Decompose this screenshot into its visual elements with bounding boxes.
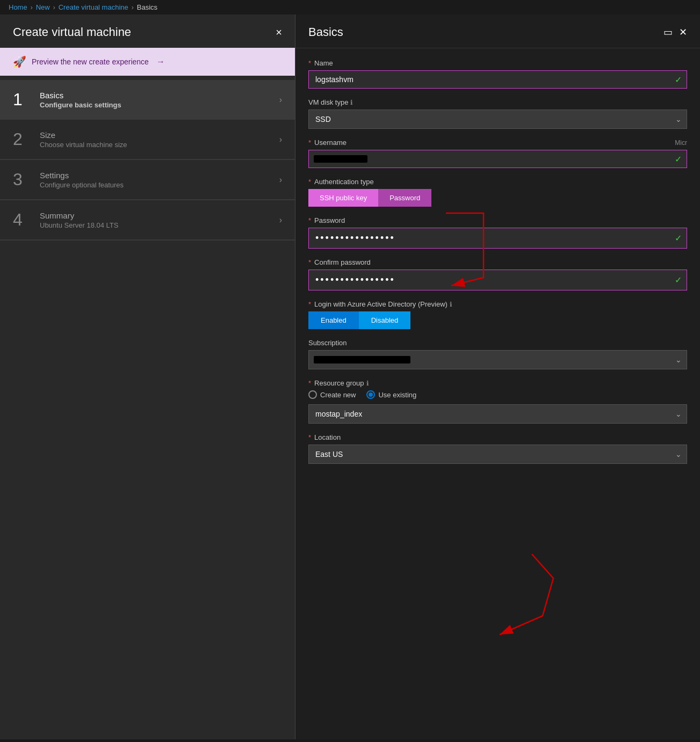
step-2-title: Size xyxy=(40,130,279,140)
create-new-label: Create new xyxy=(320,391,356,399)
username-required-star: * xyxy=(308,139,311,147)
preview-arrow: → xyxy=(156,57,165,67)
username-input-wrapper: ✓ xyxy=(308,150,687,168)
resource-group-required-star: * xyxy=(308,379,311,387)
password-required-star: * xyxy=(308,216,311,224)
auth-required-star: * xyxy=(308,178,311,186)
name-input[interactable] xyxy=(308,70,687,89)
confirm-password-check-icon: ✓ xyxy=(675,275,682,285)
username-field-group: * Username Micr ✓ xyxy=(308,139,687,168)
step-3-content: Settings Configure optional features xyxy=(40,171,279,189)
location-field-group: * Location East US ⌄ xyxy=(308,433,687,464)
azure-ad-info-icon[interactable]: ℹ xyxy=(450,301,452,308)
step-4-subtitle: Ubuntu Server 18.04 LTS xyxy=(40,221,279,229)
step-1[interactable]: 1 Basics Configure basic settings › xyxy=(0,80,295,120)
close-right-panel-button[interactable]: ✕ xyxy=(679,26,687,38)
vm-disk-type-label: VM disk type ℹ xyxy=(308,98,687,106)
step-2-subtitle: Choose virtual machine size xyxy=(40,141,279,149)
password-label: * Password xyxy=(308,216,687,224)
azure-ad-enabled-button[interactable]: Enabled xyxy=(308,311,359,329)
vm-disk-type-field-group: VM disk type ℹ SSD HDD ⌄ xyxy=(308,98,687,129)
use-existing-radio-circle xyxy=(366,390,375,399)
left-panel-title: Create virtual machine xyxy=(13,25,131,39)
use-existing-label: Use existing xyxy=(378,391,416,399)
name-input-wrapper: ✓ xyxy=(308,70,687,89)
right-panel: Basics ▭ ✕ * Name ✓ VM dis xyxy=(295,14,700,739)
location-required-star: * xyxy=(308,433,311,441)
subscription-redacted xyxy=(314,356,410,363)
right-panel-title: Basics xyxy=(308,25,343,39)
breadcrumb-home[interactable]: Home xyxy=(9,3,27,11)
password-button[interactable]: Password xyxy=(378,189,431,207)
step-1-subtitle: Configure basic settings xyxy=(40,101,279,109)
step-1-content: Basics Configure basic settings xyxy=(40,91,279,109)
preview-text: Preview the new create experience xyxy=(32,57,149,66)
subscription-label: Subscription xyxy=(308,339,687,347)
step-4-number: 4 xyxy=(13,210,40,230)
vm-disk-type-info-icon[interactable]: ℹ xyxy=(350,99,353,106)
step-3[interactable]: 3 Settings Configure optional features › xyxy=(0,160,295,200)
close-left-panel-button[interactable]: × xyxy=(276,27,282,38)
resource-group-label: * Resource group ℹ xyxy=(308,379,687,387)
name-required-star: * xyxy=(308,59,311,67)
breadcrumb-new[interactable]: New xyxy=(36,3,50,11)
azure-ad-field-group: * Login with Azure Active Directory (Pre… xyxy=(308,300,687,329)
username-redacted xyxy=(314,155,367,163)
step-4[interactable]: 4 Summary Ubuntu Server 18.04 LTS › xyxy=(0,200,295,240)
confirm-password-input[interactable] xyxy=(308,270,687,290)
confirm-password-field-group: * Confirm password ✓ xyxy=(308,258,687,290)
resource-group-field-group: * Resource group ℹ Create new Use existi… xyxy=(308,379,687,424)
auth-type-buttons: SSH public key Password xyxy=(308,189,687,207)
steps-list: 1 Basics Configure basic settings › 2 Si… xyxy=(0,80,295,241)
name-check-icon: ✓ xyxy=(675,75,682,85)
resource-group-radio-group: Create new Use existing xyxy=(308,390,687,399)
step-4-title: Summary xyxy=(40,211,279,220)
azure-ad-required-star: * xyxy=(308,300,311,308)
vm-disk-type-select[interactable]: SSD HDD xyxy=(308,110,687,129)
breadcrumb-create-vm[interactable]: Create virtual machine xyxy=(59,3,128,11)
confirm-password-label: * Confirm password xyxy=(308,258,687,266)
name-label: * Name xyxy=(308,59,687,67)
left-panel: Create virtual machine × 🚀 Preview the n… xyxy=(0,14,295,739)
subscription-select-wrapper: ⌄ xyxy=(308,350,687,369)
confirm-password-required-star: * xyxy=(308,258,311,266)
password-input[interactable] xyxy=(308,228,687,249)
username-mic-hint: Micr xyxy=(675,139,687,147)
location-label: * Location xyxy=(308,433,687,441)
preview-banner[interactable]: 🚀 Preview the new create experience → xyxy=(0,48,295,76)
auth-type-label: * Authentication type xyxy=(308,178,687,186)
vm-disk-type-select-wrapper: SSD HDD ⌄ xyxy=(308,110,687,129)
azure-ad-toggle-buttons: Enabled Disabled xyxy=(308,311,687,329)
password-input-wrapper: ✓ xyxy=(308,228,687,249)
location-select[interactable]: East US xyxy=(308,445,687,464)
step-2-content: Size Choose virtual machine size xyxy=(40,130,279,149)
right-panel-content: * Name ✓ VM disk type ℹ SSD HDD xyxy=(295,48,700,484)
azure-ad-disabled-button[interactable]: Disabled xyxy=(359,311,411,329)
right-panel-header: Basics ▭ ✕ xyxy=(295,14,700,48)
step-4-content: Summary Ubuntu Server 18.04 LTS xyxy=(40,211,279,229)
username-check-icon: ✓ xyxy=(675,154,682,164)
ssh-public-key-button[interactable]: SSH public key xyxy=(308,189,378,207)
password-check-icon: ✓ xyxy=(675,233,682,243)
step-2-chevron-icon: › xyxy=(279,135,282,144)
create-new-radio-circle xyxy=(308,390,317,399)
location-select-wrapper: East US ⌄ xyxy=(308,445,687,464)
step-4-chevron-icon: › xyxy=(279,215,282,225)
rocket-icon: 🚀 xyxy=(13,55,26,68)
right-header-icons: ▭ ✕ xyxy=(663,26,687,38)
breadcrumb-basics: Basics xyxy=(137,3,157,11)
resource-group-select[interactable]: mostap_index xyxy=(308,404,687,424)
maximize-button[interactable]: ▭ xyxy=(663,26,673,38)
create-new-radio-option[interactable]: Create new xyxy=(308,390,356,399)
resource-group-info-icon[interactable]: ℹ xyxy=(366,380,369,387)
auth-type-field-group: * Authentication type SSH public key Pas… xyxy=(308,178,687,207)
username-label: * Username Micr xyxy=(308,139,687,147)
step-1-chevron-icon: › xyxy=(279,95,282,105)
use-existing-radio-option[interactable]: Use existing xyxy=(366,390,416,399)
step-1-number: 1 xyxy=(13,90,40,110)
step-3-subtitle: Configure optional features xyxy=(40,181,279,189)
step-2[interactable]: 2 Size Choose virtual machine size › xyxy=(0,120,295,159)
step-3-chevron-icon: › xyxy=(279,175,282,185)
step-2-number: 2 xyxy=(13,129,40,149)
subscription-field-group: Subscription ⌄ xyxy=(308,339,687,369)
